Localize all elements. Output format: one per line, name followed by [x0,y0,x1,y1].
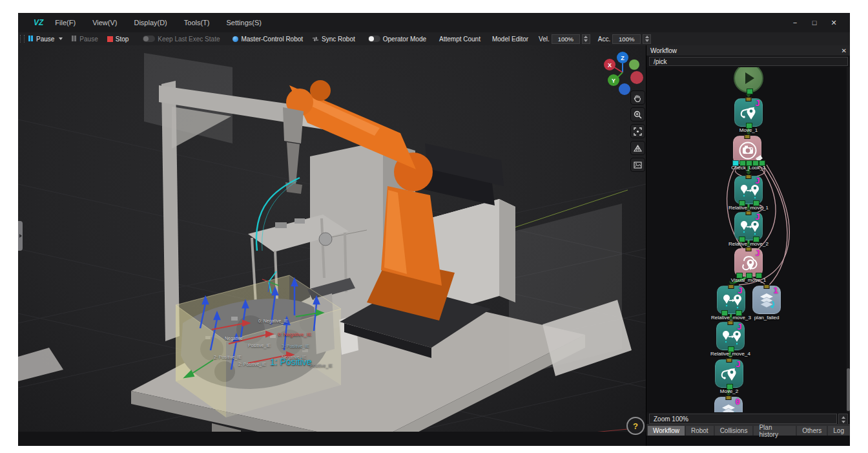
pose-label: Negative [225,336,243,341]
sync-robot-button[interactable]: Sync Robot [312,36,355,43]
workflow-panel: Workflow ✕ /pick [646,45,850,446]
workflow-canvas[interactable]: J Move_1 [646,67,850,412]
pause-disabled-button[interactable]: Pause [72,36,98,43]
node-relative-move-3[interactable]: J [717,286,745,314]
node-plan-sink[interactable]: 0 [714,397,743,412]
toggle-off-icon[interactable] [143,36,155,42]
acceleration-label: Acc. [598,36,610,43]
pan-tool-button[interactable] [630,90,645,105]
stop-button[interactable]: Stop [107,36,129,43]
pause-button[interactable]: Pause [28,36,63,43]
svg-text:Z: Z [621,55,625,61]
workflow-panel-header: Workflow ✕ [646,45,850,56]
menu-display[interactable]: Display(D) [129,17,172,28]
joint-badge: J [738,286,743,295]
input-port[interactable] [764,284,770,289]
node-label: Relative_move_4 [710,351,750,357]
keep-last-exec-toggle[interactable]: Keep Last Exec State [143,36,220,43]
panel-close-button[interactable]: ✕ [842,47,847,54]
tab-workflow[interactable]: Workflow [648,426,685,436]
velocity-input[interactable]: 100% [552,34,580,44]
input-port[interactable] [745,134,750,139]
input-port[interactable] [728,284,734,289]
node-label: Relative_move_1 [728,205,769,211]
toggle-off-icon[interactable] [368,36,380,42]
snapshot-button[interactable] [630,158,645,172]
help-button[interactable]: ? [626,417,645,435]
perspective-grid-button[interactable] [630,141,645,155]
velocity-stepper[interactable] [582,34,590,44]
app-window: VZ File(F) View(V) Display(D) Tools(T) S… [18,13,850,446]
model-editor-button[interactable]: Model Editor [492,36,528,43]
input-port[interactable] [746,97,752,101]
node-label: Check_Look_1 [731,165,765,171]
node-relative-move-1[interactable]: J [734,176,763,204]
neg-x-axis-ball[interactable] [630,71,643,84]
node-relative-move-4[interactable]: J [716,322,745,350]
velocity-label: Vel. [539,36,550,43]
chevron-down-icon[interactable] [59,37,63,40]
attempt-count-button[interactable]: Attempt Count [439,36,480,43]
output-port[interactable] [747,89,753,94]
workflow-scrollbar-thumb[interactable] [847,368,850,411]
node-relative-move-2[interactable]: J [734,212,763,240]
menu-settings[interactable]: Settings(S) [222,17,267,28]
pose-label: 0: Negative_IE [258,319,288,323]
node-visual-move-1[interactable]: J [734,248,763,277]
joint-badge: J [755,176,760,185]
pause-icon [72,36,77,43]
menu-view[interactable]: View(V) [87,17,122,28]
fit-view-icon [634,127,642,136]
velocity-control: Vel. 100% [539,34,590,44]
neg-z-axis-ball[interactable] [619,83,630,95]
pause-icon [28,36,34,43]
left-panel-expander[interactable] [18,221,23,251]
input-port[interactable] [727,358,732,363]
close-button[interactable]: ✕ [824,19,843,27]
input-port[interactable] [726,395,732,400]
neg-y-axis-ball[interactable] [629,59,639,70]
operator-mode-toggle[interactable]: Operator Mode [368,36,426,43]
workflow-zoom-input[interactable]: Zoom 100% [649,414,837,424]
node-check-look-1[interactable] [733,136,761,164]
tab-collisions[interactable]: Collisions [715,426,753,436]
acceleration-stepper[interactable] [643,34,651,44]
node-plan-failed[interactable]: 1 [752,286,781,314]
joint-badge: J [737,322,742,331]
minimize-button[interactable]: − [785,19,805,26]
workflow-scrollbar-track[interactable] [847,67,850,412]
tab-robot[interactable]: Robot [686,426,714,436]
viewport-3d[interactable]: 0: Negative_IE 0: Negative_IE Negative P… [18,45,646,446]
node-label: Move_1 [739,127,758,133]
node-move-2[interactable]: J [715,359,743,388]
pan-hand-icon [634,94,642,102]
node-label: plan_failed [754,315,780,321]
joint-badge: J [736,360,741,368]
acceleration-input[interactable]: 100% [612,34,641,44]
pose-label: Positive_IE [310,363,333,368]
toolbar-grip-handle[interactable] [20,35,25,43]
workflow-zoom-row: Zoom 100% [646,412,850,424]
window-controls: − □ ✕ [785,19,850,27]
menu-tools[interactable]: Tools(T) [179,17,215,28]
input-port[interactable] [746,247,752,251]
input-port[interactable] [746,211,752,215]
tab-plan-history[interactable]: Plan history [754,426,796,436]
node-label: Visual_move_1 [731,277,767,283]
master-control-robot-button[interactable]: Master-Control Robot [232,36,303,43]
input-port[interactable] [746,174,752,179]
input-port[interactable] [728,321,734,325]
tab-others[interactable]: Others [797,426,827,436]
fit-view-button[interactable] [630,124,645,138]
stop-icon [107,36,113,42]
workflow-path-input[interactable]: /pick [649,57,848,66]
maximize-button[interactable]: □ [805,19,824,26]
zoom-tool-button[interactable] [630,107,645,121]
robot-sphere-icon [232,36,238,42]
scene-render [18,45,646,446]
image-icon [634,161,642,169]
node-move-1[interactable]: J [734,98,763,127]
pose-label: 0: Negative_IE [278,332,311,337]
menu-file[interactable]: File(F) [50,17,81,28]
tab-log[interactable]: Log [828,426,849,436]
